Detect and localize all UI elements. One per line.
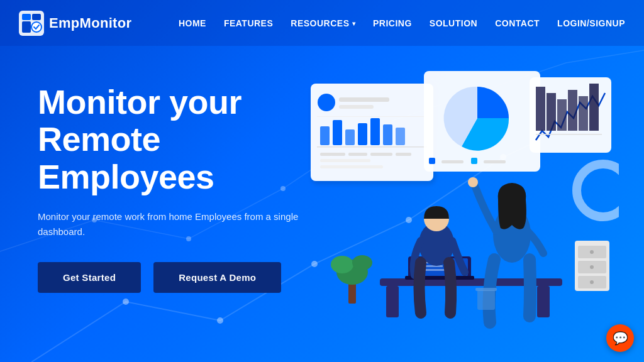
nav-home[interactable]: HOME (179, 18, 206, 28)
svg-rect-25 (383, 124, 392, 145)
svg-rect-41 (536, 87, 545, 131)
nav-contact[interactable]: CONTACT (495, 18, 540, 28)
logo-icon (19, 11, 44, 36)
svg-rect-31 (396, 153, 411, 156)
svg-point-73 (590, 250, 594, 254)
logo-area[interactable]: EmpMonitor (19, 11, 131, 36)
svg-rect-37 (441, 160, 464, 163)
svg-rect-45 (579, 96, 588, 131)
svg-point-74 (590, 265, 594, 269)
svg-point-65 (331, 256, 353, 273)
chat-icon: 💬 (613, 331, 628, 346)
svg-rect-43 (557, 99, 567, 131)
svg-rect-21 (333, 120, 342, 145)
svg-rect-51 (537, 286, 550, 317)
svg-rect-30 (370, 153, 392, 156)
nav-resources[interactable]: RESOURCES ▾ (291, 18, 355, 28)
svg-rect-28 (320, 153, 345, 156)
nav-features[interactable]: FEATURES (224, 18, 273, 28)
hero-illustration (286, 65, 619, 341)
hero-right (340, 77, 606, 362)
navbar: EmpMonitor HOME FEATURES RESOURCES ▾ PRI… (0, 0, 644, 46)
svg-rect-47 (536, 134, 602, 135)
svg-rect-19 (317, 116, 424, 117)
svg-point-66 (352, 255, 372, 270)
svg-rect-26 (396, 128, 405, 145)
nav-links: HOME FEATURES RESOURCES ▾ PRICING SOLUTI… (179, 18, 625, 28)
svg-rect-67 (477, 290, 495, 310)
svg-rect-32 (320, 159, 370, 162)
svg-rect-13 (22, 21, 31, 33)
svg-rect-36 (429, 158, 435, 164)
svg-rect-42 (547, 93, 556, 131)
nav-pricing[interactable]: PRICING (373, 18, 412, 28)
brand-name: EmpMonitor (49, 15, 131, 31)
svg-rect-27 (317, 146, 427, 148)
svg-rect-50 (386, 286, 399, 317)
svg-point-48 (577, 164, 619, 217)
svg-rect-12 (32, 14, 41, 20)
svg-rect-33 (320, 165, 383, 168)
resources-dropdown-icon: ▾ (352, 20, 356, 27)
svg-rect-18 (339, 105, 374, 109)
nav-solution[interactable]: SOLUTION (430, 18, 477, 28)
nav-login-signup[interactable]: LOGIN/SIGNUP (557, 18, 625, 28)
svg-rect-23 (358, 123, 367, 145)
request-demo-button[interactable]: Request A Demo (153, 262, 281, 293)
svg-point-16 (318, 94, 335, 111)
svg-rect-38 (471, 158, 477, 164)
svg-rect-46 (589, 84, 599, 131)
svg-rect-24 (370, 118, 380, 145)
svg-rect-39 (484, 160, 506, 163)
svg-rect-68 (475, 288, 497, 291)
get-started-button[interactable]: Get Started (38, 262, 141, 293)
svg-rect-17 (339, 97, 389, 102)
svg-rect-44 (568, 90, 577, 131)
hero-section: Monitor your Remote Employees Monitor yo… (0, 46, 644, 362)
svg-rect-22 (345, 129, 355, 145)
svg-point-75 (590, 280, 594, 284)
svg-point-62 (468, 177, 478, 187)
svg-point-14 (31, 22, 42, 32)
hero-subtitle: Monitor your remote work from home Emplo… (38, 209, 302, 239)
svg-rect-29 (348, 153, 367, 156)
svg-rect-11 (22, 14, 31, 20)
chat-bubble[interactable]: 💬 (606, 324, 634, 352)
svg-rect-20 (320, 126, 330, 145)
